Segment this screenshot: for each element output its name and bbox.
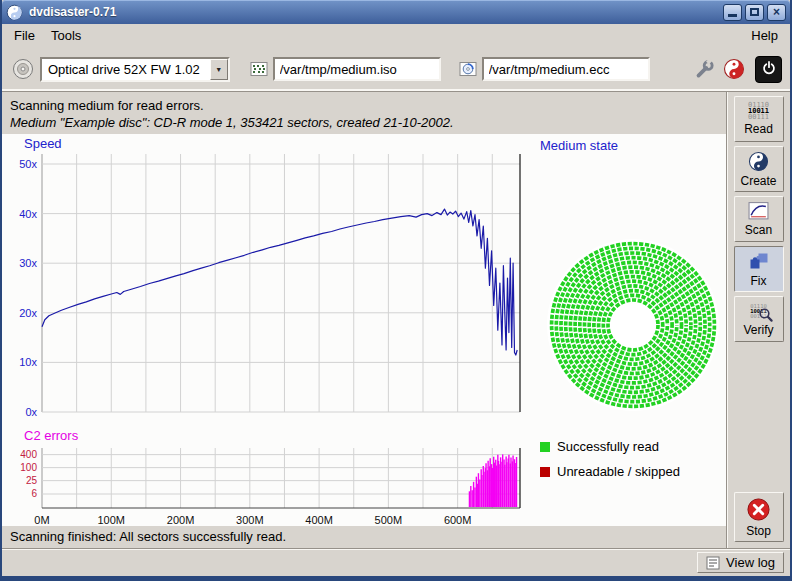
medium-state-panel: Medium state Successfully read Unreadabl… (530, 134, 726, 526)
close-icon: × (773, 5, 780, 19)
drive-button[interactable] (10, 56, 36, 82)
scan-graph-icon (748, 201, 769, 221)
stop-button[interactable]: Stop (734, 492, 784, 542)
main-column: Scanning medium for read errors. Medium … (2, 92, 726, 548)
power-icon (760, 60, 778, 78)
binary-read-icon: 01110 10011 00111 (748, 102, 769, 120)
drive-select[interactable]: Optical drive 52X FW 1.02 ▼ (40, 57, 230, 82)
medium-state-legend: Successfully read Unreadable / skipped (540, 439, 726, 479)
status-line-1: Scanning medium for read errors. (10, 97, 718, 114)
svg-text:200M: 200M (167, 514, 195, 526)
scan-button-label: Scan (745, 223, 772, 237)
app-yinyang-icon (6, 4, 23, 21)
ecc-path-input[interactable] (482, 57, 650, 81)
fix-button[interactable]: Fix (734, 246, 784, 292)
toolbar: Optical drive 52X FW 1.02 ▼ (2, 47, 790, 92)
titlebar: dvdisaster-0.71 × (2, 0, 790, 24)
fix-button-label: Fix (751, 274, 767, 288)
minimize-icon (728, 14, 737, 17)
success-swatch (540, 442, 550, 452)
disc-drive-icon (12, 58, 34, 80)
minimize-button[interactable] (723, 4, 742, 21)
svg-text:500M: 500M (375, 514, 403, 526)
maximize-icon (750, 8, 759, 16)
scan-button[interactable]: Scan (734, 196, 784, 242)
menu-help[interactable]: Help (743, 25, 786, 46)
legend-success: Successfully read (540, 439, 726, 454)
binary-magnifier-icon: 01110 10011 00111 (746, 301, 772, 321)
wrench-icon (693, 58, 715, 80)
svg-text:100: 100 (20, 462, 37, 473)
log-document-icon (706, 556, 720, 570)
statusbar: View log (2, 548, 790, 576)
verify-button[interactable]: 01110 10011 00111 Verify (734, 296, 784, 342)
svg-text:6: 6 (31, 488, 37, 499)
svg-text:0M: 0M (34, 514, 49, 526)
svg-text:50x: 50x (19, 158, 37, 170)
app-window: dvdisaster-0.71 × File Tools Help Optica… (0, 0, 792, 581)
unreadable-swatch (540, 467, 550, 477)
window-title: dvdisaster-0.71 (29, 5, 720, 19)
svg-text:100M: 100M (98, 514, 126, 526)
svg-text:10x: 10x (19, 356, 37, 368)
iso-path-input[interactable] (273, 57, 441, 81)
create-button-label: Create (740, 174, 776, 188)
legend-unreadable-label: Unreadable / skipped (557, 464, 680, 479)
drive-select-value: Optical drive 52X FW 1.02 (42, 59, 210, 80)
red-yinyang-logo-icon (723, 58, 745, 80)
svg-text:300M: 300M (236, 514, 264, 526)
read-button-label: Read (744, 122, 773, 136)
svg-text:400: 400 (20, 449, 37, 460)
dvdisaster-help-button[interactable] (721, 56, 747, 82)
menu-tools[interactable]: Tools (43, 25, 89, 46)
legend-unreadable: Unreadable / skipped (540, 464, 726, 479)
stop-x-icon (746, 497, 771, 522)
view-log-button[interactable]: View log (697, 552, 784, 573)
medium-state-disc (545, 237, 721, 413)
svg-text:C2 errors: C2 errors (24, 428, 79, 443)
puzzle-fix-icon (748, 250, 770, 272)
finished-status: Scanning finished: All sectors successfu… (2, 526, 726, 548)
menubar: File Tools Help (2, 24, 790, 47)
verify-button-label: Verify (743, 323, 773, 337)
status-line-2: Medium "Example disc": CD-R mode 1, 3534… (10, 114, 718, 131)
legend-success-label: Successfully read (557, 439, 659, 454)
chevron-down-icon[interactable]: ▼ (210, 59, 228, 80)
view-log-label: View log (726, 555, 775, 570)
maximize-button[interactable] (745, 4, 764, 21)
stop-button-label: Stop (746, 524, 771, 538)
preferences-button[interactable] (691, 56, 717, 82)
medium-state-title: Medium state (540, 138, 726, 153)
svg-text:600M: 600M (444, 514, 472, 526)
menu-file[interactable]: File (6, 25, 43, 46)
svg-text:20x: 20x (19, 307, 37, 319)
ecc-file-icon (459, 60, 477, 78)
content-area: Scanning medium for read errors. Medium … (2, 92, 790, 548)
quit-button[interactable] (755, 56, 782, 83)
yinyang-create-icon (748, 151, 769, 172)
svg-text:25: 25 (26, 475, 38, 486)
svg-text:40x: 40x (19, 208, 37, 220)
operation-status: Scanning medium for read errors. Medium … (2, 92, 726, 134)
charts-region: 50x40x30x20x10x0x4001002560M100M200M300M… (2, 134, 726, 526)
action-sidebar: 01110 10011 00111 Read Create (726, 92, 790, 548)
create-button[interactable]: Create (734, 146, 784, 192)
svg-text:400M: 400M (305, 514, 333, 526)
svg-text:Speed: Speed (24, 136, 62, 151)
close-button[interactable]: × (767, 4, 786, 21)
read-button[interactable]: 01110 10011 00111 Read (734, 96, 784, 142)
speed-c2-chart: 50x40x30x20x10x0x4001002560M100M200M300M… (2, 134, 530, 526)
svg-text:30x: 30x (19, 257, 37, 269)
svg-text:0x: 0x (25, 406, 37, 418)
iso-file-icon (250, 60, 268, 78)
magnifier-icon (758, 307, 774, 323)
